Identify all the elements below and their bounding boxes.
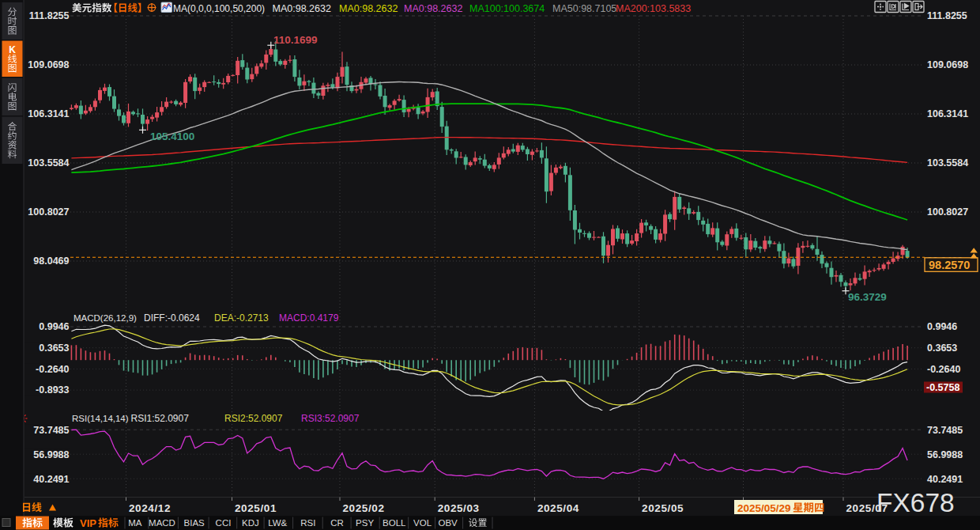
svg-text:106.3141: 106.3141 — [28, 108, 69, 119]
svg-text:-0.5758: -0.5758 — [926, 382, 959, 393]
svg-text:BIAS: BIAS — [184, 518, 205, 528]
svg-text:73.7485: 73.7485 — [927, 425, 963, 436]
svg-text:2025/01: 2025/01 — [235, 502, 277, 514]
svg-text:RSI1:52.0907: RSI1:52.0907 — [131, 413, 190, 424]
svg-text:2025/02: 2025/02 — [343, 502, 385, 514]
svg-text:PSY: PSY — [356, 518, 374, 528]
svg-text:0.9946: 0.9946 — [39, 321, 69, 332]
svg-text:MA0:98.2632: MA0:98.2632 — [404, 3, 462, 14]
svg-text:-0.8933: -0.8933 — [36, 384, 69, 396]
svg-text:109.0698: 109.0698 — [28, 59, 69, 70]
svg-text:VOL: VOL — [413, 518, 432, 528]
svg-text:-0.2640: -0.2640 — [927, 364, 960, 375]
svg-text:VIP: VIP — [80, 517, 96, 529]
svg-text:106.3141: 106.3141 — [927, 108, 968, 119]
svg-text:MA: MA — [128, 518, 142, 528]
svg-text:MACD:0.4179: MACD:0.4179 — [279, 312, 339, 324]
svg-text:103.5584: 103.5584 — [927, 157, 968, 168]
svg-text:RSI(14,14,14): RSI(14,14,14) — [72, 414, 129, 423]
svg-text:2024/12: 2024/12 — [129, 502, 171, 514]
svg-text:CR: CR — [330, 518, 344, 528]
svg-text:OBV: OBV — [438, 518, 458, 528]
svg-text:111.8255: 111.8255 — [29, 10, 70, 21]
svg-text:2025/05/29: 2025/05/29 — [737, 502, 791, 514]
svg-text:RSI3:52.0907: RSI3:52.0907 — [301, 413, 360, 424]
svg-text:103.5584: 103.5584 — [28, 157, 69, 168]
svg-text:MA(0,0,0,100,50,200): MA(0,0,0,100,50,200) — [173, 3, 265, 14]
svg-text:0.3653: 0.3653 — [927, 343, 957, 354]
svg-text:MA0:98.2632: MA0:98.2632 — [273, 3, 331, 14]
svg-text:56.9988: 56.9988 — [33, 449, 69, 460]
svg-text:MA50:98.7105: MA50:98.7105 — [552, 3, 616, 14]
svg-text:111.8255: 111.8255 — [927, 10, 967, 21]
svg-text:105.4100: 105.4100 — [150, 131, 194, 142]
svg-text:2025/03: 2025/03 — [438, 502, 480, 514]
svg-text:MACD(26,12,9): MACD(26,12,9) — [74, 313, 137, 323]
svg-text:2025/05: 2025/05 — [642, 502, 684, 514]
svg-text:40.2491: 40.2491 — [33, 474, 69, 485]
svg-text:MA200:103.5833: MA200:103.5833 — [616, 3, 691, 14]
svg-text:MACD: MACD — [149, 518, 175, 528]
svg-text:DIFF:-0.0624: DIFF:-0.0624 — [144, 312, 200, 324]
svg-text:96.3729: 96.3729 — [848, 291, 887, 303]
svg-text:BOLL: BOLL — [383, 518, 406, 528]
svg-text:K: K — [9, 44, 16, 55]
svg-text:RSI2:52.0907: RSI2:52.0907 — [224, 413, 283, 424]
svg-text:RSI: RSI — [300, 518, 315, 528]
svg-text:56.9988: 56.9988 — [927, 449, 963, 460]
svg-text:98.0469: 98.0469 — [33, 256, 69, 267]
svg-text:-0.2640: -0.2640 — [36, 364, 69, 375]
svg-text:LW&: LW& — [268, 518, 287, 528]
svg-text:CCI: CCI — [216, 518, 232, 528]
svg-text:73.7485: 73.7485 — [33, 425, 69, 436]
svg-text:MA0:98.2632: MA0:98.2632 — [339, 3, 398, 14]
svg-text:100.8027: 100.8027 — [28, 206, 69, 218]
svg-text:0.9946: 0.9946 — [927, 321, 957, 332]
svg-text:98.2570: 98.2570 — [929, 259, 970, 271]
svg-text:0.3653: 0.3653 — [39, 343, 69, 354]
svg-text:100.8027: 100.8027 — [927, 206, 968, 218]
svg-text:KDJ: KDJ — [242, 518, 259, 528]
svg-text:40.2491: 40.2491 — [927, 474, 963, 485]
svg-text:DEA:-0.2713: DEA:-0.2713 — [214, 312, 269, 324]
svg-text:FX678: FX678 — [876, 488, 955, 517]
svg-text:110.1699: 110.1699 — [273, 34, 318, 46]
svg-text:109.0698: 109.0698 — [927, 59, 968, 70]
svg-text:2025/04: 2025/04 — [537, 502, 579, 514]
svg-text:MA100:100.3674: MA100:100.3674 — [469, 3, 545, 14]
